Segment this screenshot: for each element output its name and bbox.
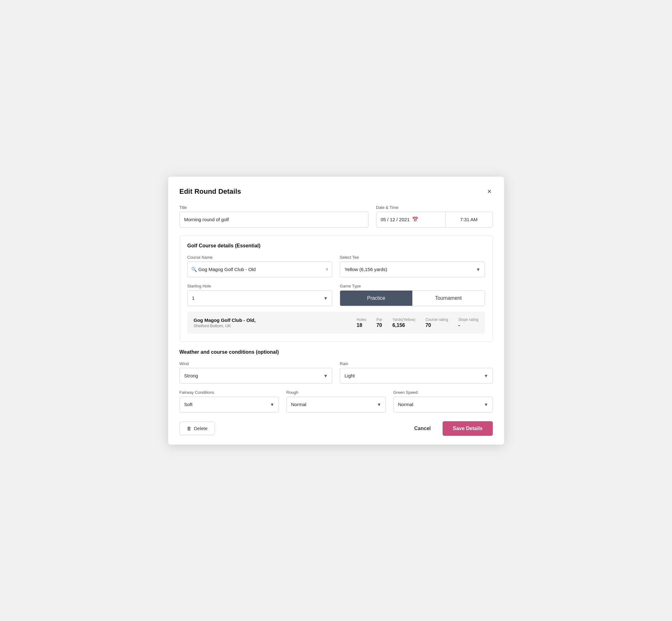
game-type-label: Game Type <box>340 284 485 288</box>
clear-icon[interactable]: × <box>326 266 328 272</box>
weather-row-1: Wind NoneLightModerateStrong ▼ Rain None… <box>179 361 493 384</box>
rough-select[interactable]: SoftNormalFirmHard <box>287 397 386 412</box>
trash-icon: 🗑 <box>187 426 192 431</box>
fairway-wrapper: SoftNormalFirmHard ▼ <box>179 397 279 412</box>
delete-label: Delete <box>194 426 208 431</box>
course-rating-label: Course rating <box>425 318 448 322</box>
rough-wrapper: SoftNormalFirmHard ▼ <box>287 397 386 412</box>
weather-section-title: Weather and course conditions (optional) <box>179 349 493 355</box>
course-name-group: Course Name 🔍 × <box>187 255 333 277</box>
game-type-group: Game Type Practice Tournament <box>340 284 485 306</box>
wind-select[interactable]: NoneLightModerateStrong <box>179 368 333 384</box>
fairway-label: Fairway Conditions <box>179 390 279 395</box>
rain-group: Rain NoneLightModerateHeavy ▼ <box>340 361 493 384</box>
datetime-wrapper: 05 / 12 / 2021 📅 7:31 AM <box>376 212 493 227</box>
course-rating-value: 70 <box>425 323 431 328</box>
select-tee-label: Select Tee <box>340 255 485 260</box>
time-value: 7:31 AM <box>460 217 477 222</box>
modal-title: Edit Round Details <box>179 188 241 196</box>
course-name-input[interactable] <box>187 261 333 277</box>
golf-course-two-col: Course Name 🔍 × Select Tee Yellow (6,156… <box>187 255 485 306</box>
rain-wrapper: NoneLightModerateHeavy ▼ <box>340 368 493 384</box>
par-label: Par <box>376 318 382 322</box>
par-value: 70 <box>376 323 382 328</box>
game-type-toggle: Practice Tournament <box>340 290 485 306</box>
yards-label: Yards(Yellow) <box>392 318 416 322</box>
course-info-name-main: Gog Magog Golf Club - Old, <box>194 318 357 323</box>
date-input[interactable]: 05 / 12 / 2021 📅 <box>376 212 446 227</box>
golf-course-section: Golf Course details (Essential) Course N… <box>179 235 493 342</box>
course-info-location: Shelford Bottom, UK <box>194 323 357 328</box>
fairway-select[interactable]: SoftNormalFirmHard <box>179 397 279 412</box>
green-speed-wrapper: SlowNormalFastVery Fast ▼ <box>393 397 493 412</box>
course-stats: Holes 18 Par 70 Yards(Yellow) 6,156 Cour… <box>356 318 478 328</box>
footer-row: 🗑 Delete Cancel Save Details <box>179 421 493 436</box>
starting-hole-label: Starting Hole <box>187 284 333 288</box>
course-info-name: Gog Magog Golf Club - Old, Shelford Bott… <box>194 318 357 328</box>
top-row: Title Date & Time 05 / 12 / 2021 📅 7:31 … <box>179 205 493 227</box>
close-button[interactable]: × <box>486 187 493 196</box>
cancel-button[interactable]: Cancel <box>409 422 436 435</box>
holes-value: 18 <box>356 323 362 328</box>
footer-right: Cancel Save Details <box>409 421 493 436</box>
time-input[interactable]: 7:31 AM <box>446 212 493 227</box>
starting-hole-wrapper: 1234 5678 910 ▼ <box>187 290 333 306</box>
green-speed-label: Green Speed <box>393 390 493 395</box>
search-icon: 🔍 <box>191 266 197 272</box>
yards-value: 6,156 <box>392 323 405 328</box>
datetime-label: Date & Time <box>376 205 493 210</box>
delete-button[interactable]: 🗑 Delete <box>179 422 215 435</box>
slope-rating-value: - <box>458 323 460 328</box>
practice-button[interactable]: Practice <box>340 291 412 306</box>
rough-group: Rough SoftNormalFirmHard ▼ <box>287 390 386 412</box>
course-name-wrapper: 🔍 × <box>187 261 333 277</box>
rough-label: Rough <box>287 390 386 395</box>
datetime-field-group: Date & Time 05 / 12 / 2021 📅 7:31 AM <box>376 205 493 227</box>
wind-group: Wind NoneLightModerateStrong ▼ <box>179 361 333 384</box>
par-stat: Par 70 <box>376 318 382 328</box>
edit-round-modal: Edit Round Details × Title Date & Time 0… <box>168 177 504 445</box>
title-field-group: Title <box>179 205 369 227</box>
title-label: Title <box>179 205 369 210</box>
weather-row-2: Fairway Conditions SoftNormalFirmHard ▼ … <box>179 390 493 412</box>
course-info-row: Gog Magog Golf Club - Old, Shelford Bott… <box>187 312 485 334</box>
wind-wrapper: NoneLightModerateStrong ▼ <box>179 368 333 384</box>
green-speed-group: Green Speed SlowNormalFastVery Fast ▼ <box>393 390 493 412</box>
select-tee-wrapper: Yellow (6,156 yards) White Red Blue ▼ <box>340 261 485 277</box>
holes-label: Holes <box>356 318 366 322</box>
golf-course-title: Golf Course details (Essential) <box>187 243 485 249</box>
wind-label: Wind <box>179 361 333 366</box>
weather-section: Weather and course conditions (optional)… <box>179 349 493 412</box>
green-speed-select[interactable]: SlowNormalFastVery Fast <box>393 397 493 412</box>
save-button[interactable]: Save Details <box>443 421 493 436</box>
course-name-label: Course Name <box>187 255 333 260</box>
fairway-group: Fairway Conditions SoftNormalFirmHard ▼ <box>179 390 279 412</box>
rain-label: Rain <box>340 361 493 366</box>
starting-hole-group: Starting Hole 1234 5678 910 ▼ <box>187 284 333 306</box>
modal-header: Edit Round Details × <box>179 187 493 196</box>
date-value: 05 / 12 / 2021 <box>381 217 410 222</box>
slope-rating-label: Slope rating <box>458 318 478 322</box>
starting-hole-select[interactable]: 1234 5678 910 <box>187 290 333 306</box>
yards-stat: Yards(Yellow) 6,156 <box>392 318 416 328</box>
select-tee-input[interactable]: Yellow (6,156 yards) White Red Blue <box>340 261 485 277</box>
holes-stat: Holes 18 <box>356 318 366 328</box>
select-tee-group: Select Tee Yellow (6,156 yards) White Re… <box>340 255 485 277</box>
calendar-icon: 📅 <box>412 216 418 222</box>
course-rating-stat: Course rating 70 <box>425 318 448 328</box>
title-input[interactable] <box>179 212 369 227</box>
rain-select[interactable]: NoneLightModerateHeavy <box>340 368 493 384</box>
slope-rating-stat: Slope rating - <box>458 318 478 328</box>
tournament-button[interactable]: Tournament <box>412 291 485 306</box>
